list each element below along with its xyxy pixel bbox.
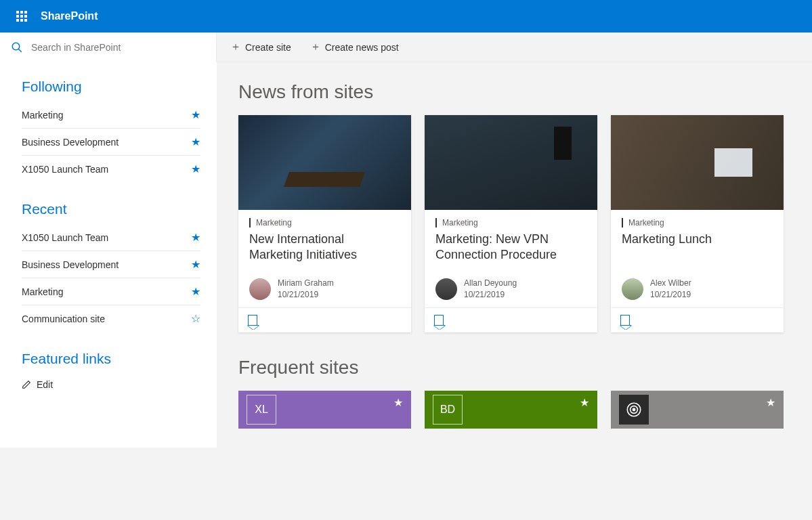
avatar [435,278,457,300]
star-hollow-icon[interactable]: ☆ [191,312,200,325]
star-filled-icon[interactable]: ★ [393,396,403,409]
sidebar-item-label: X1050 Launch Team [22,232,108,243]
site-tile-icon [619,395,649,425]
following-title: Following [22,79,200,95]
sidebar-item-label: Communication site [22,313,105,324]
tile-letters: XL [255,404,268,416]
news-author-row: Allan Deyoung 10/21/2019 [435,278,586,301]
news-thumbnail [425,115,597,210]
svg-point-4 [633,408,635,410]
sidebar-item-following[interactable]: Marketing ★ [22,102,200,129]
sidebar-item-recent[interactable]: Communication site ☆ [22,305,200,332]
sidebar-item-label: Marketing [22,286,63,297]
news-author: Allan Deyoung [464,278,517,289]
news-site-name: Marketing [435,218,586,228]
bookmark-icon[interactable] [434,315,444,326]
header-bar: SharePoint [0,0,812,32]
svg-point-0 [12,43,20,50]
sidebar-section-featured-links: Featured links Edit [22,351,200,395]
sidebar-item-label: Marketing [22,110,63,121]
news-thumbnail [611,115,784,210]
pencil-edit-icon [22,380,31,389]
recent-title: Recent [22,201,200,217]
news-footer [425,307,597,332]
search-icon [11,41,23,53]
news-footer [238,307,411,332]
avatar [249,278,271,300]
frequent-site-tile[interactable]: ★ [611,391,784,429]
news-author: Alex Wilber [650,278,691,289]
sidebar: Following Marketing ★ Business Developme… [0,62,217,448]
news-title: Marketing Lunch [622,232,773,264]
bookmark-icon[interactable] [620,315,630,326]
frequent-site-tile[interactable]: XL ★ [238,391,411,429]
sidebar-section-recent: Recent X1050 Launch Team ★ Business Deve… [22,201,200,332]
create-site-label: Create site [245,42,291,53]
star-filled-icon[interactable]: ★ [191,231,200,244]
star-filled-icon[interactable]: ★ [191,162,200,175]
star-filled-icon[interactable]: ★ [191,258,200,271]
frequent-sites-section: Frequent sites XL ★ BD ★ ★ [238,357,812,429]
star-filled-icon[interactable]: ★ [191,108,200,121]
news-footer [611,307,784,332]
frequent-sites-title: Frequent sites [238,357,812,378]
search-input[interactable] [31,42,205,53]
news-section-title: News from sites [238,81,812,103]
news-site-name: Marketing [622,218,773,228]
target-icon [625,401,643,418]
bookmark-icon[interactable] [248,315,257,326]
news-date: 10/21/2019 [464,289,517,301]
edit-label: Edit [37,379,53,390]
sidebar-section-following: Following Marketing ★ Business Developme… [22,79,200,182]
sidebar-item-label: Business Development [22,137,119,148]
star-filled-icon[interactable]: ★ [580,396,589,409]
plus-icon: ＋ [310,40,321,54]
news-title: Marketing: New VPN Connection Procedure [435,232,586,264]
sidebar-item-recent[interactable]: X1050 Launch Team ★ [22,224,200,251]
site-tile-icon: BD [433,395,463,425]
app-launcher-icon[interactable] [5,0,38,32]
news-thumbnail [238,115,411,210]
body-layout: Following Marketing ★ Business Developme… [0,62,812,448]
sidebar-item-following[interactable]: Business Development ★ [22,129,200,156]
star-filled-icon[interactable]: ★ [766,396,775,409]
news-site-name: Marketing [249,218,400,228]
edit-featured-links-button[interactable]: Edit [22,374,200,395]
tile-letters: BD [440,404,455,416]
frequent-sites-row: XL ★ BD ★ ★ [238,391,812,429]
create-news-post-button[interactable]: ＋ Create news post [307,36,402,58]
news-card[interactable]: Marketing Marketing Lunch Alex Wilber 10… [611,115,784,332]
top-row: ＋ Create site ＋ Create news post [0,32,812,62]
news-card[interactable]: Marketing Marketing: New VPN Connection … [425,115,597,332]
sidebar-item-following[interactable]: X1050 Launch Team ★ [22,156,200,182]
star-filled-icon[interactable]: ★ [191,285,200,298]
site-tile-icon: XL [247,395,276,425]
news-author-row: Miriam Graham 10/21/2019 [249,278,400,301]
sidebar-item-label: X1050 Launch Team [22,164,108,175]
svg-line-1 [18,49,22,52]
news-date: 10/21/2019 [650,289,691,301]
frequent-site-tile[interactable]: BD ★ [425,391,597,429]
main-content: News from sites Marketing New Internatio… [217,62,812,448]
sidebar-item-label: Business Development [22,259,119,270]
news-title: New International Marketing Initiatives [249,232,400,264]
toolbar: ＋ Create site ＋ Create news post [217,32,812,62]
create-site-button[interactable]: ＋ Create site [228,36,294,58]
news-date: 10/21/2019 [278,289,334,301]
app-title: SharePoint [41,10,98,22]
news-author-row: Alex Wilber 10/21/2019 [622,278,773,301]
avatar [622,278,643,300]
search-box[interactable] [0,32,217,62]
news-section: News from sites Marketing New Internatio… [238,81,812,332]
news-row: Marketing New International Marketing In… [238,115,812,332]
news-author: Miriam Graham [278,278,334,289]
sidebar-item-recent[interactable]: Business Development ★ [22,251,200,278]
news-card[interactable]: Marketing New International Marketing In… [238,115,411,332]
featured-links-title: Featured links [22,351,200,367]
plus-icon: ＋ [230,40,241,54]
star-filled-icon[interactable]: ★ [191,135,200,148]
create-news-post-label: Create news post [325,42,399,53]
sidebar-item-recent[interactable]: Marketing ★ [22,278,200,305]
